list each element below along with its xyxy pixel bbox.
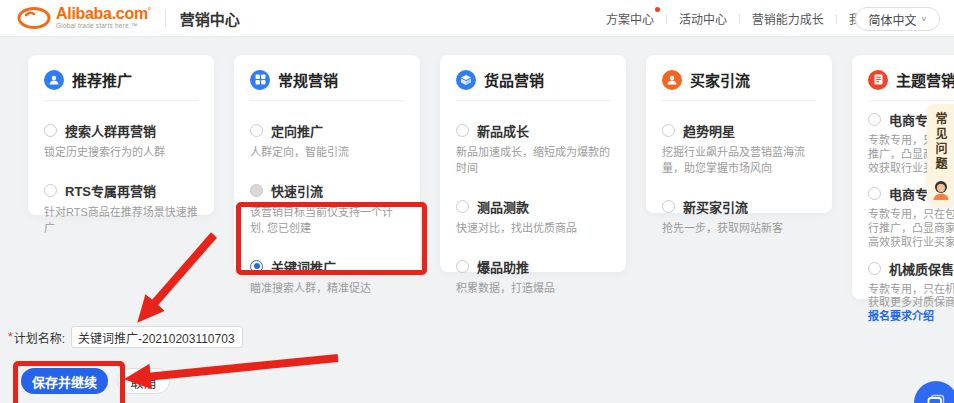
radio-disabled [250,184,263,197]
annotation-arrow-to-save [146,358,338,377]
required-mark: * [8,330,13,344]
option-product-testing[interactable]: 测品测款 快速对比，找出优质商品 [456,197,610,237]
radio-unchecked[interactable] [44,184,57,197]
action-buttons: 保存并继续 取消 [21,368,170,394]
card-title: 主题营销 [896,69,954,90]
header-divider [165,9,166,27]
chat-fab-button[interactable] [914,381,954,403]
nav-item-marketing-growth[interactable]: 营销能力成长 [750,10,826,27]
option-new-product-growth[interactable]: 新品成长 新品加速成长，缩短成为爆款的时间 [456,121,610,177]
nav-item-activity-center[interactable]: 活动中心 [677,10,729,27]
card-recommend-promotion: 推荐推广 搜索人群再营销 锁定历史搜索行为的人群 RTS专属再营销 针对RTS商… [28,55,214,215]
option-quick-traffic[interactable]: 快速引流 该营销目标当前仅支持一个计划, 您已创建 [250,181,404,237]
option-keyword-promotion[interactable]: 关键词推广 瞄准搜索人群，精准促达 [250,257,404,297]
doc-red-icon [868,70,888,90]
radio-unchecked[interactable] [868,187,881,200]
language-selector[interactable]: 简体中文 ∨ [855,7,940,31]
box-blue-icon [456,70,476,90]
user-orange-icon [662,70,682,90]
option-trend-star[interactable]: 趋势明星 挖掘行业飙升品及营销蓝海流量，助您掌握市场风向 [662,121,816,177]
alibaba-logo-icon [16,6,52,30]
option-machinery-warranty[interactable]: 机械质保售后 专款专用，只在机械 获取更多对质保商品报名要求介绍 [868,259,954,324]
annotation-arrow-to-input [152,235,214,306]
card-regular-marketing: 常规营销 定向推广 人群定向，智能引流 快速引流 该营销目标当前仅支持一个计划,… [234,55,420,273]
option-search-audience-remarketing[interactable]: 搜索人群再营销 锁定历史搜索行为的人群 [44,121,198,161]
cancel-button[interactable]: 取消 [117,368,170,394]
chevron-down-icon: ∨ [920,15,927,23]
grid-blue-icon [250,70,270,90]
faq-label: 常见问题 [932,112,949,172]
radio-unchecked[interactable] [868,113,881,126]
option-targeted-promotion[interactable]: 定向推广 人群定向，智能引流 [250,121,404,161]
header: Alibaba.com° Global trade starts here.™ … [0,0,954,37]
option-new-buyer-traffic[interactable]: 新买家引流 抢先一步，获取网站新客 [662,197,816,237]
support-agent-avatar [929,178,953,202]
plan-name-label: 计划名称: [14,329,65,346]
radio-unchecked[interactable] [868,262,881,275]
faq-side-tab[interactable]: 常见问题 [927,104,954,206]
card-title: 买家引流 [690,69,750,90]
nav-item-plan-center[interactable]: 方案中心 [604,10,656,27]
plan-name-form: * 计划名称: [8,326,243,348]
card-product-marketing: 货品营销 新品成长 新品加速成长，缩短成为爆款的时间 测品测款 快速对比，找出优… [440,55,626,272]
card-title: 货品营销 [484,69,544,90]
marketing-center-page: Alibaba.com° Global trade starts here.™ … [0,0,954,403]
radio-unchecked[interactable] [456,200,469,213]
card-title: 常规营销 [278,69,338,90]
page-title: 营销中心 [180,8,240,29]
option-rts-remarketing[interactable]: RTS专属再营销 针对RTS商品在推荐场景快速推广 [44,181,198,237]
radio-unchecked[interactable] [44,124,57,137]
radio-unchecked[interactable] [662,200,675,213]
notification-dot [655,7,660,12]
chat-icon [926,393,946,403]
radio-checked[interactable] [250,260,263,273]
save-and-continue-button[interactable]: 保存并继续 [21,368,108,394]
signup-requirements-link[interactable]: 报名要求介绍 [868,310,954,324]
brand-tagline: Global trade starts here.™ [56,23,151,30]
radio-unchecked[interactable] [456,260,469,273]
card-buyer-traffic: 买家引流 趋势明星 挖掘行业飙升品及营销蓝海流量，助您掌握市场风向 新买家引流 … [646,55,832,213]
radio-unchecked[interactable] [662,124,675,137]
card-title: 推荐推广 [72,69,132,90]
brand-text: Alibaba.com° [56,6,151,22]
radio-unchecked[interactable] [250,124,263,137]
plan-name-input[interactable] [71,326,243,348]
radio-unchecked[interactable] [456,124,469,137]
user-blue-icon [44,70,64,90]
alibaba-logo[interactable]: Alibaba.com° Global trade starts here.™ [16,6,151,30]
option-hot-product-boost[interactable]: 爆品助推 积累数据，打造爆品 [456,257,610,297]
